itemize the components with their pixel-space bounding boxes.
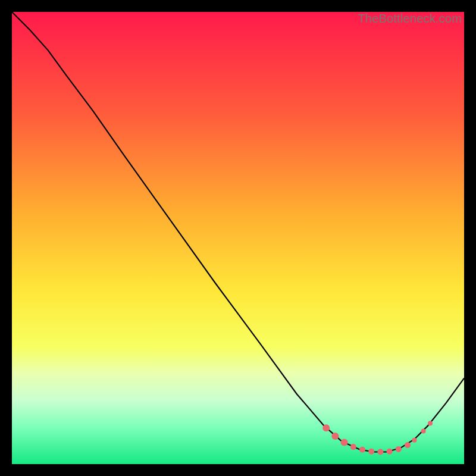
marker-dot [428,421,433,426]
marker-dot [412,438,416,443]
marker-dot [359,447,365,453]
marker-dot [396,446,402,452]
marker-dot [387,449,393,455]
marker-dot [421,429,426,434]
gradient-background [12,12,464,464]
bottleneck-chart [12,12,464,464]
marker-dot [368,449,374,455]
marker-dot [377,449,383,455]
chart-frame: TheBottleneck.com [12,12,464,464]
marker-dot [331,433,339,440]
marker-dot [405,442,411,448]
watermark-text: TheBottleneck.com [358,12,462,26]
marker-dot [322,424,330,431]
marker-dot [341,439,348,446]
marker-dot [350,444,356,450]
